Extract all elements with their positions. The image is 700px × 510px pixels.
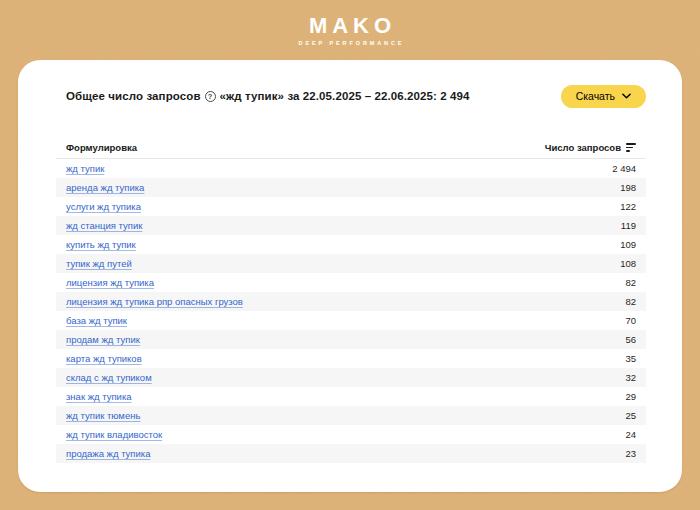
- table-body: жд тупик 2 494 аренда жд тупика 198 услу…: [56, 159, 646, 463]
- query-link[interactable]: продам жд тупик: [66, 334, 140, 345]
- column-header-phrase[interactable]: Формулировка: [66, 142, 137, 153]
- query-count: 2 494: [612, 163, 636, 174]
- query-link[interactable]: жд тупик владивосток: [66, 429, 162, 440]
- table-row: аренда жд тупика 198: [56, 178, 646, 197]
- table-row: жд станция тупик 119: [56, 216, 646, 235]
- query-count: 70: [625, 315, 636, 326]
- table-row: купить жд тупик 109: [56, 235, 646, 254]
- mako-logo: MAKO DEEP PERFORMANCE: [296, 15, 405, 46]
- download-button-label: Скачать: [576, 90, 615, 102]
- download-button[interactable]: Скачать: [561, 85, 646, 108]
- table-header: Формулировка Число запросов: [56, 142, 646, 159]
- chevron-down-icon: [622, 93, 631, 99]
- query-link[interactable]: лицензия жд тупика: [66, 277, 154, 288]
- query-link[interactable]: купить жд тупик: [66, 239, 136, 250]
- query-count: 56: [625, 334, 636, 345]
- table-row: услуги жд тупика 122: [56, 197, 646, 216]
- table-row: жд тупик владивосток 24: [56, 425, 646, 444]
- query-count: 108: [620, 258, 636, 269]
- logo-tagline: DEEP PERFORMANCE: [299, 40, 405, 46]
- logo-wordmark: MAKO: [301, 15, 405, 37]
- table-row: тупик жд путей 108: [56, 254, 646, 273]
- query-count: 24: [625, 429, 636, 440]
- summary-bar: Общее число запросов ? «жд тупик» за 22.…: [56, 84, 646, 108]
- sort-descending-icon: [626, 143, 636, 152]
- query-link[interactable]: услуги жд тупика: [66, 201, 141, 212]
- query-link[interactable]: жд тупик: [66, 163, 104, 174]
- site-header: MAKO DEEP PERFORMANCE: [0, 0, 700, 60]
- title-prefix: Общее число запросов: [66, 90, 201, 102]
- query-link[interactable]: знак жд тупика: [66, 391, 132, 402]
- query-count: 32: [625, 372, 636, 383]
- query-count: 82: [625, 277, 636, 288]
- query-count: 25: [625, 410, 636, 421]
- query-count: 29: [625, 391, 636, 402]
- table-row: лицензия жд тупика 82: [56, 273, 646, 292]
- query-link[interactable]: лицензия жд тупика рпр опасных грузов: [66, 296, 243, 307]
- query-count: 82: [625, 296, 636, 307]
- query-link[interactable]: склад с жд тупиком: [66, 372, 152, 383]
- query-link[interactable]: карта жд тупиков: [66, 353, 142, 364]
- table-row: жд тупик 2 494: [56, 159, 646, 178]
- query-link[interactable]: тупик жд путей: [66, 258, 132, 269]
- column-header-count-label: Число запросов: [545, 142, 621, 153]
- query-link[interactable]: жд тупик тюмень: [66, 410, 140, 421]
- query-count: 35: [625, 353, 636, 364]
- table-row: жд тупик тюмень 25: [56, 406, 646, 425]
- table-row: продам жд тупик 56: [56, 330, 646, 349]
- table-row: продажа жд тупика 23: [56, 444, 646, 463]
- table-row: карта жд тупиков 35: [56, 349, 646, 368]
- table-row: знак жд тупика 29: [56, 387, 646, 406]
- results-card: Общее число запросов ? «жд тупик» за 22.…: [18, 60, 682, 492]
- column-header-count[interactable]: Число запросов: [545, 142, 636, 153]
- help-icon[interactable]: ?: [205, 91, 216, 102]
- query-link[interactable]: база жд тупик: [66, 315, 127, 326]
- page-title: Общее число запросов ? «жд тупик» за 22.…: [66, 90, 470, 102]
- query-count: 119: [621, 220, 636, 231]
- query-count: 23: [625, 448, 636, 459]
- query-count: 109: [620, 239, 636, 250]
- query-link[interactable]: жд станция тупик: [66, 220, 142, 231]
- table-row: лицензия жд тупика рпр опасных грузов 82: [56, 292, 646, 311]
- table-row: база жд тупик 70: [56, 311, 646, 330]
- query-link[interactable]: аренда жд тупика: [66, 182, 144, 193]
- query-count: 122: [620, 201, 636, 212]
- table-row: склад с жд тупиком 32: [56, 368, 646, 387]
- query-count: 198: [620, 182, 636, 193]
- queries-table: Формулировка Число запросов жд тупик 2 4…: [56, 142, 646, 463]
- query-link[interactable]: продажа жд тупика: [66, 448, 150, 459]
- title-suffix: «жд тупик» за 22.05.2025 – 22.06.2025: 2…: [220, 90, 470, 102]
